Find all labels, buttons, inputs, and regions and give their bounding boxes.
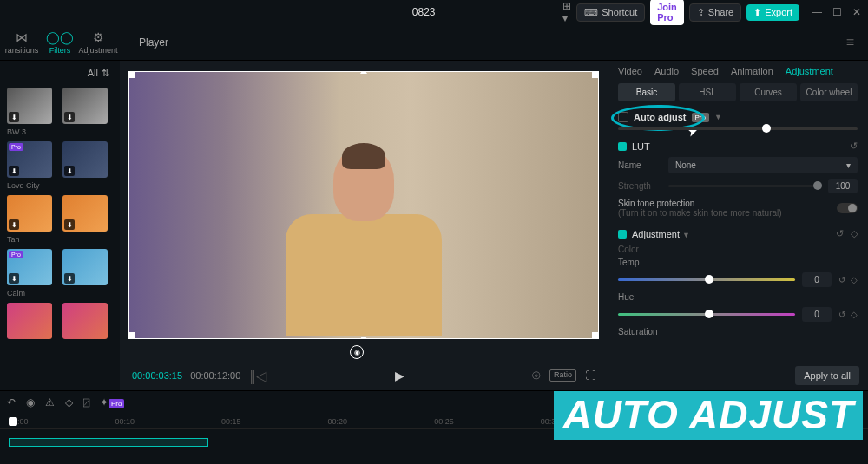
record-icon[interactable]: ◉ <box>26 396 35 408</box>
filter-thumb[interactable]: Pro⬇ <box>7 141 52 178</box>
auto-adjust-checkbox[interactable] <box>618 112 628 122</box>
transitions-tab[interactable]: ⋈ ransitions <box>3 30 40 55</box>
tool-tabs: ⋈ ransitions ◯◯ Filters ⚙ Adjustment Pla… <box>0 24 868 61</box>
keyframe-icon[interactable]: ◇ <box>851 275 858 284</box>
auto-adjust-slider[interactable] <box>618 127 858 130</box>
subtab-curves[interactable]: Curves <box>740 83 797 101</box>
section-toggle[interactable] <box>618 142 627 151</box>
effects-icon[interactable]: ✦Pro <box>100 396 124 408</box>
filter-thumb[interactable]: ⬇ <box>7 195 52 232</box>
ruler-mark: 00:25 <box>434 417 454 426</box>
apply-to-all-button[interactable]: Apply to all <box>795 366 859 385</box>
crop-icon[interactable]: ⍁ <box>83 396 89 408</box>
lut-select[interactable]: None▾ <box>668 157 858 173</box>
filter-thumb[interactable] <box>7 303 52 339</box>
lut-strength-slider <box>668 185 821 187</box>
filter-thumb-label: Tan <box>7 235 57 244</box>
temp-slider[interactable] <box>618 278 795 281</box>
keyframe-icon[interactable]: ◇ <box>851 310 858 319</box>
lut-section-title: LUT <box>632 141 845 152</box>
reset-icon[interactable]: ↺ <box>850 141 858 152</box>
player-menu-icon[interactable]: ≡ <box>846 35 854 50</box>
resize-handle[interactable] <box>128 332 135 339</box>
hue-slider[interactable] <box>618 313 795 316</box>
export-button[interactable]: ⬆Export <box>746 4 799 21</box>
subtab-basic[interactable]: Basic <box>618 83 675 101</box>
warning-icon[interactable]: ⚠ <box>45 396 55 408</box>
reset-icon[interactable]: ↺ <box>838 275 845 284</box>
chevron-down-icon[interactable]: ▼ <box>714 113 722 121</box>
filter-thumb-label: Calm <box>7 289 57 297</box>
playhead[interactable] <box>9 417 17 426</box>
filter-thumb[interactable] <box>62 303 108 339</box>
title-bar: 0823 ⊞ ▾ ⌨Shortcut Join Pro ⇪Share ⬆Expo… <box>0 0 868 24</box>
maximize-icon[interactable]: ☐ <box>832 6 842 18</box>
pro-badge: Pro <box>9 251 23 258</box>
download-icon[interactable]: ⬇ <box>9 273 19 284</box>
download-icon[interactable]: ⬇ <box>9 219 19 230</box>
layout-icon[interactable]: ⊞ ▾ <box>562 0 571 24</box>
hue-value[interactable]: 0 <box>802 307 832 322</box>
resize-handle[interactable] <box>128 71 135 78</box>
download-icon[interactable]: ⬇ <box>64 166 75 176</box>
prev-frame-icon[interactable]: ‖◁ <box>249 368 266 384</box>
video-content <box>129 72 598 338</box>
current-time: 00:00:03:15 <box>132 370 182 381</box>
reset-icon[interactable]: ↺ <box>836 228 844 239</box>
download-icon[interactable]: ⬇ <box>9 112 19 122</box>
tab-animation[interactable]: Animation <box>731 66 773 76</box>
adjustment-icon: ⚙ <box>93 30 104 44</box>
undo-icon[interactable]: ↶ <box>7 396 16 408</box>
section-toggle[interactable] <box>618 230 627 239</box>
tab-speed[interactable]: Speed <box>691 66 719 76</box>
tab-audio[interactable]: Audio <box>654 66 679 76</box>
filter-thumb[interactable]: ⬇ <box>62 249 108 285</box>
resize-handle[interactable] <box>360 71 367 74</box>
link-icon[interactable]: ◇ <box>65 396 73 408</box>
shortcut-button[interactable]: ⌨Shortcut <box>576 3 645 22</box>
timeline-clip[interactable] <box>9 438 208 447</box>
adjustment-tab[interactable]: ⚙ Adjustment <box>80 30 116 55</box>
join-pro-button[interactable]: Join Pro <box>650 0 684 25</box>
resize-handle[interactable] <box>592 71 599 78</box>
filter-thumb[interactable]: Pro⬇ <box>7 249 52 285</box>
share-button[interactable]: ⇪Share <box>689 3 741 22</box>
subtab-colorwheel[interactable]: Color wheel <box>800 83 858 101</box>
adjustment-section-title: Adjustment ▼ <box>632 229 831 239</box>
resize-handle[interactable] <box>360 337 367 339</box>
filter-thumb[interactable]: ⬇ <box>62 141 108 178</box>
sort-icon[interactable]: ⇅ <box>102 68 109 79</box>
project-title: 0823 <box>285 6 562 18</box>
temp-value[interactable]: 0 <box>802 272 832 287</box>
skin-tone-hint: (Turn it on to make skin tone more natur… <box>618 208 782 218</box>
video-preview[interactable] <box>128 71 599 339</box>
filter-thumb[interactable]: ⬇ <box>62 195 108 232</box>
download-icon[interactable]: ⬇ <box>64 112 75 122</box>
subtab-hsl[interactable]: HSL <box>679 83 736 101</box>
player-panel: ◉ 00:00:03:15 00:00:12:00 ‖◁ ▶ ⦾ Ratio ⛶ <box>120 61 608 390</box>
resize-handle[interactable] <box>592 332 599 339</box>
reset-icon[interactable]: ↺ <box>838 310 845 319</box>
hue-label: Hue <box>618 292 858 302</box>
cursor-icon: ➤ <box>686 122 700 139</box>
snapshot-icon[interactable]: ⦾ <box>532 369 541 382</box>
properties-panel: Video Audio Speed Animation Adjustment B… <box>608 61 868 390</box>
temp-label: Temp <box>618 258 858 267</box>
download-icon[interactable]: ⬇ <box>9 166 19 176</box>
skin-tone-toggle[interactable] <box>837 203 858 213</box>
filter-thumb[interactable]: ⬇ <box>7 88 52 124</box>
fullscreen-icon[interactable]: ⛶ <box>585 369 595 382</box>
close-icon[interactable]: ✕ <box>852 6 861 18</box>
filters-tab[interactable]: ◯◯ Filters <box>42 30 78 55</box>
minimize-icon[interactable]: — <box>812 6 822 18</box>
filter-all[interactable]: All <box>88 68 98 79</box>
download-icon[interactable]: ⬇ <box>64 219 75 230</box>
filter-thumb[interactable]: ⬇ <box>62 88 108 124</box>
tab-adjustment[interactable]: Adjustment <box>786 66 833 76</box>
play-button[interactable]: ▶ <box>395 369 404 382</box>
tab-video[interactable]: Video <box>618 66 642 76</box>
keyframe-icon[interactable]: ◇ <box>851 228 858 239</box>
download-icon[interactable]: ⬇ <box>64 273 75 284</box>
ratio-button[interactable]: Ratio <box>549 369 576 382</box>
auto-adjust-label: Auto adjust <box>634 112 687 122</box>
